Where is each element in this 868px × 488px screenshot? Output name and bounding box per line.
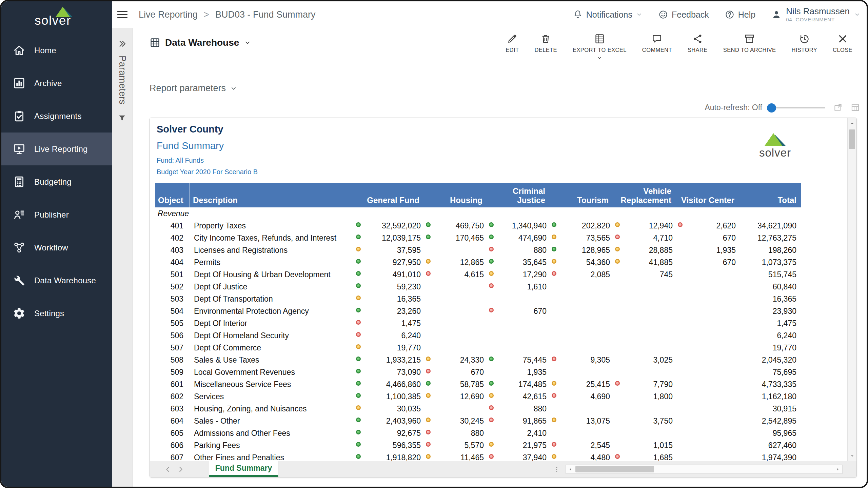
cell-vehicle-replacement: 41,885 [613,256,676,268]
hamburger-menu-icon[interactable] [116,8,129,21]
horizontal-scrollbar[interactable] [566,465,843,474]
kpi-dot-red [489,405,494,410]
sidebar-item-budgeting[interactable]: Budgeting [1,165,112,198]
horizontal-scroll-thumb[interactable] [575,466,654,472]
kpi-dot-red [489,454,494,459]
data-source-dropdown[interactable]: Data Warehouse [150,37,251,48]
cell-criminal-justice: 75,445 [487,354,550,366]
close-button[interactable]: CLOSE [833,33,852,61]
sidebar-item-live-reporting[interactable]: Live Reporting [1,133,112,165]
expand-parameters-icon[interactable] [117,39,127,49]
help-button[interactable]: Help [725,9,755,20]
cell-housing [424,317,487,329]
sidebar-item-archive[interactable]: Archive [1,67,112,100]
cell-value: 596,355 [393,441,421,450]
filter-funnel-icon[interactable] [117,114,127,123]
export-to-excel-button[interactable]: EXPORT TO EXCEL [573,33,627,61]
cell-value: 17,290 [523,270,547,279]
user-menu[interactable]: Nils Rasmussen 04. Government [771,6,861,22]
cell-total: 627,460 [739,439,801,451]
next-sheet-icon[interactable] [177,466,184,473]
cell-value: 1,015 [653,441,673,450]
report-panel: Solver County Fund Summary Fund: All Fun… [150,118,857,477]
kpi-dot-red [426,442,431,447]
table-row: 401Property Taxes32,592,020469,7501,340,… [155,220,801,232]
cell-general-fund: 73,090 [354,366,424,378]
cell-housing: 880 [424,427,487,439]
delete-button[interactable]: DELETE [534,33,557,61]
kpi-dot-green [426,235,431,239]
cell-value: 1,933,215 [386,355,421,365]
cell-housing: 12,865 [424,256,487,268]
chevron-down-icon [597,55,602,61]
sidebar-item-workflow[interactable]: Workflow [1,231,112,264]
table-row: 604Sales - Other2,403,96030,24591,86513,… [155,415,801,427]
help-label: Help [738,10,755,20]
action-label: COMMENT [642,47,672,53]
cell-tourism [550,293,613,305]
vertical-scroll-thumb[interactable] [849,129,855,149]
top-bar: Live Reporting > BUD03 - Fund Summary No… [112,1,867,28]
table-body: Revenue401Property Taxes32,592,020469,75… [155,207,801,461]
sidebar-item-home[interactable]: Home [1,34,112,67]
kpi-dot-red [489,308,494,312]
vertical-scrollbar[interactable] [847,118,856,461]
publisher-icon [13,208,25,221]
send-to-archive-button[interactable]: SEND TO ARCHIVE [723,33,776,61]
cell-value: 2,085 [590,270,610,279]
cell-value: 28,885 [649,246,673,255]
tab-splitter-handle-icon[interactable] [553,465,560,474]
sidebar-item-settings[interactable]: Settings [1,297,112,330]
feedback-button[interactable]: Feedback [658,9,709,20]
cell-description: Sales & Use Taxes [190,354,354,366]
sidebar-item-label: Publisher [34,210,69,220]
cell-description: Property Taxes [190,220,354,232]
cell-visitor-center [676,268,739,281]
breadcrumb-section[interactable]: Live Reporting [139,9,198,20]
parameters-panel: Parameters [112,28,133,487]
edit-button[interactable]: EDIT [506,33,519,61]
cell-vehicle-replacement [613,293,676,305]
table-row: 607Other Fines and Penalties1,918,82011,… [155,451,801,461]
scroll-down-arrow-icon[interactable] [848,451,856,461]
sidebar-item-publisher[interactable]: Publisher [1,198,112,231]
chevron-down-icon [230,85,237,92]
cell-visitor-center [676,305,739,317]
cell-value: 1,340,940 [512,221,547,230]
sheet-tab-strip: Fund Summary [150,461,856,477]
cell-description: Admissions and Other Fees [190,427,354,439]
notifications-button[interactable]: Notifications [573,9,643,20]
kpi-dot-red [552,271,556,276]
cell-visitor-center [676,415,739,427]
cell-housing [424,329,487,342]
edit-icon [507,33,518,44]
sidebar-item-assignments[interactable]: Assignments [1,100,112,133]
scroll-up-arrow-icon[interactable] [848,118,856,128]
action-label: HISTORY [792,47,817,53]
auto-refresh-slider[interactable] [768,107,825,108]
scroll-right-arrow-icon[interactable] [833,465,842,473]
action-label: SEND TO ARCHIVE [723,47,776,53]
cell-object: 505 [155,317,190,329]
open-in-new-window-icon[interactable] [833,103,843,112]
cell-value: 41,885 [649,258,673,267]
comment-button[interactable]: COMMENT [642,33,672,61]
report-parameters-toggle[interactable]: Report parameters [150,83,237,94]
cell-description: Local Government Revenues [190,366,354,378]
table-view-icon[interactable] [851,103,860,112]
share-button[interactable]: SHARE [688,33,708,61]
cell-visitor-center: 670 [676,256,739,268]
cell-housing [424,293,487,305]
sheet-tab-fund-summary[interactable]: Fund Summary [209,461,278,477]
sidebar-item-data-warehouse[interactable]: Data Warehouse [1,264,112,297]
history-button[interactable]: HISTORY [792,33,817,61]
cell-value: 1,800 [653,392,673,401]
previous-sheet-icon[interactable] [164,466,172,473]
horizontal-scroll-track[interactable] [575,465,833,473]
cell-housing [424,281,487,293]
scroll-left-arrow-icon[interactable] [566,465,575,473]
cell-object: 607 [155,451,190,461]
kpi-dot-yellow [426,418,431,422]
cell-total: 515,745 [739,268,801,281]
auto-refresh-knob[interactable] [767,103,776,113]
